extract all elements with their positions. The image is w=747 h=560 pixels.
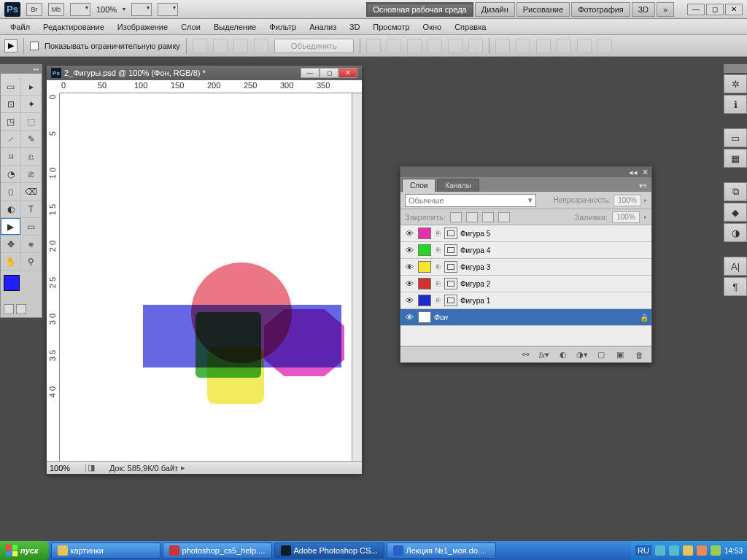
layer-name[interactable]: Фигура 4 — [460, 246, 490, 254]
tool-type[interactable]: T — [21, 201, 42, 218]
clock[interactable]: 14:53 — [724, 547, 743, 555]
tool-history[interactable]: ⎌ — [21, 148, 42, 166]
align-6[interactable] — [468, 39, 483, 53]
vertical-scrollbar[interactable] — [352, 93, 362, 461]
menu-image[interactable]: Изображение — [112, 21, 174, 33]
adjustments-panel-icon[interactable]: ⧉ — [724, 182, 747, 201]
doc-status-icon[interactable]: ◨ — [86, 463, 96, 472]
align-5[interactable] — [448, 39, 462, 53]
layer-name[interactable]: Фигура 2 — [460, 280, 490, 288]
menu-file[interactable]: Файл — [4, 21, 36, 33]
tray-icon[interactable] — [683, 545, 693, 556]
menu-edit[interactable]: Редактирование — [37, 21, 110, 33]
tool-dodge[interactable]: ⌫ — [21, 183, 42, 201]
foreground-swatch[interactable] — [4, 275, 20, 291]
tool-crop[interactable]: ◳ — [1, 113, 21, 131]
show-bbox-checkbox[interactable] — [30, 42, 39, 50]
quickmask-button[interactable] — [4, 304, 14, 314]
menu-filter[interactable]: Фильтр — [263, 21, 302, 33]
tab-channels[interactable]: Каналы — [437, 179, 479, 192]
tab-layers[interactable]: Слои — [402, 179, 436, 192]
layer-name[interactable]: Фон — [434, 314, 448, 322]
lock-transparency-icon[interactable] — [450, 212, 462, 222]
workspace-photography[interactable]: Фотография — [571, 2, 630, 17]
align-1[interactable] — [366, 39, 381, 53]
panel-collapse-icon[interactable]: ◂◂ — [629, 168, 638, 177]
tool-3d[interactable]: ✥ — [1, 236, 21, 253]
mask-icon[interactable]: ◐ — [557, 349, 570, 361]
screenmode-dropdown[interactable] — [158, 3, 178, 16]
taskbar-item[interactable]: картинки — [51, 542, 160, 559]
zoom-caret-icon[interactable]: ▾ — [123, 6, 125, 12]
menu-window[interactable]: Окно — [417, 21, 448, 33]
tray-icon[interactable] — [697, 545, 707, 556]
lock-position-icon[interactable] — [482, 212, 494, 222]
shape-octagon[interactable] — [264, 309, 344, 376]
opacity-caret-icon[interactable]: ▸ — [644, 197, 647, 203]
visibility-icon[interactable]: 👁 — [403, 262, 415, 272]
tool-stamp[interactable]: ⌑ — [1, 148, 21, 166]
doc-zoom-field[interactable]: 100% — [47, 464, 86, 472]
layer-row[interactable]: 👁 ⎘ Фигура 4 — [400, 242, 651, 259]
group-icon[interactable]: ▢ — [595, 349, 608, 361]
tray-icon[interactable] — [711, 545, 721, 556]
visibility-icon[interactable]: 👁 — [403, 228, 415, 238]
vertical-ruler[interactable]: 0 5 1 0 1 5 2 0 2 5 3 0 3 5 4 0 — [47, 93, 60, 461]
maximize-button[interactable]: ◻ — [706, 4, 724, 15]
start-button[interactable]: пуск — [0, 541, 49, 560]
trash-icon[interactable]: 🗑 — [632, 349, 646, 361]
layer-row[interactable]: 👁 ⎘ Фигура 5 — [400, 225, 651, 242]
menu-3d[interactable]: 3D — [344, 21, 365, 33]
align-2[interactable] — [387, 39, 401, 53]
info-panel-icon[interactable]: ℹ — [724, 95, 747, 114]
layer-name[interactable]: Фигура 1 — [460, 297, 490, 305]
layer-thumb[interactable] — [418, 244, 431, 256]
character-panel-icon[interactable]: A| — [724, 257, 747, 276]
doc-close-button[interactable]: ✕ — [338, 68, 357, 78]
visibility-icon[interactable]: 👁 — [403, 279, 415, 289]
canvas[interactable] — [60, 93, 352, 461]
view-extras-dropdown[interactable] — [70, 3, 90, 16]
layer-row[interactable]: 👁 ⎘ Фигура 2 — [400, 276, 651, 292]
workspace-3d[interactable]: 3D — [632, 2, 655, 17]
vector-mask-thumb[interactable] — [444, 244, 457, 256]
workspace-more[interactable]: » — [657, 2, 674, 17]
menu-view[interactable]: Просмотр — [367, 21, 415, 33]
panel-menu-icon[interactable]: ▾≡ — [635, 179, 651, 192]
minimize-button[interactable]: — — [687, 4, 705, 15]
menu-layers[interactable]: Слои — [175, 21, 206, 33]
color-panel-icon[interactable]: ▭ — [724, 128, 747, 147]
tool-move[interactable]: ▭ — [1, 78, 21, 96]
navigator-panel-icon[interactable]: ✲ — [724, 74, 747, 93]
dist-5[interactable] — [577, 39, 592, 53]
layer-thumb[interactable] — [418, 278, 431, 289]
horizontal-ruler[interactable]: 0 50 100 150 200 250 300 350 — [60, 80, 362, 93]
shape-yellow-square[interactable] — [207, 347, 264, 404]
tray-icon[interactable] — [655, 545, 665, 556]
tool-hand[interactable]: ✋ — [1, 253, 21, 271]
link-layers-icon[interactable]: ⚯ — [519, 349, 532, 361]
layer-thumb[interactable] — [418, 311, 431, 323]
pathop-1[interactable] — [193, 39, 207, 53]
menu-select[interactable]: Выделение — [208, 21, 262, 33]
arrange-docs-dropdown[interactable] — [131, 3, 152, 16]
taskbar-item[interactable]: Adobe Photoshop CS... — [274, 542, 384, 559]
blend-mode-dropdown[interactable]: Обычные — [405, 194, 536, 207]
minibridge-button[interactable]: Mb — [48, 3, 64, 16]
tool-wand[interactable]: ✦ — [21, 96, 42, 113]
lock-pixels-icon[interactable] — [466, 212, 478, 222]
menu-analysis[interactable]: Анализ — [303, 21, 342, 33]
opacity-field[interactable]: 100% — [614, 195, 641, 206]
align-3[interactable] — [407, 39, 422, 53]
doc-minimize-button[interactable]: — — [301, 68, 320, 78]
pathop-2[interactable] — [213, 39, 228, 53]
screenmode-button[interactable] — [16, 304, 26, 314]
dist-1[interactable] — [495, 39, 510, 53]
panel-close-icon[interactable]: ✕ — [642, 168, 649, 177]
tool-brush[interactable]: ✎ — [21, 131, 42, 148]
layer-thumb[interactable] — [418, 295, 431, 306]
fx-icon[interactable]: fx▾ — [538, 349, 551, 361]
combine-button[interactable]: Объединить — [274, 39, 354, 53]
layer-row[interactable]: 👁 ⎘ Фигура 3 — [400, 259, 651, 276]
align-4[interactable] — [427, 39, 442, 53]
